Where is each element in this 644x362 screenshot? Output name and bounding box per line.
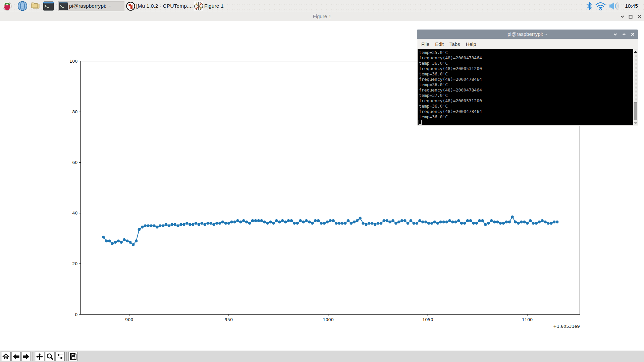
data-point — [535, 222, 538, 225]
data-point — [278, 221, 281, 224]
data-point — [418, 219, 421, 222]
data-point — [466, 219, 469, 222]
home-button[interactable] — [1, 352, 10, 361]
data-point — [257, 219, 260, 222]
data-point — [147, 224, 150, 227]
terminal-scrollbar[interactable] — [633, 49, 638, 125]
toolbar-separator — [66, 352, 67, 361]
bluetooth-icon[interactable] — [587, 2, 592, 10]
data-point — [308, 221, 311, 224]
data-point — [338, 222, 341, 225]
data-point — [260, 219, 263, 222]
terminal-text: temp=35.0'C frequency(48)=2000478464 tem… — [419, 50, 482, 120]
terminal-icon — [59, 2, 68, 10]
data-point — [269, 221, 272, 224]
terminal-cursor — [419, 120, 422, 125]
data-point — [317, 219, 320, 222]
data-point — [368, 222, 371, 225]
data-point — [400, 219, 404, 222]
scrollbar-thumb[interactable] — [634, 102, 637, 120]
data-point — [517, 222, 520, 225]
data-point — [380, 222, 383, 225]
data-point — [314, 219, 317, 222]
taskbar-window-terminal[interactable]: pi@raspberrypi: ~ — [58, 1, 125, 11]
data-point — [233, 221, 236, 224]
data-point — [529, 219, 532, 222]
browser-launcher[interactable] — [17, 1, 28, 11]
scroll-up-icon[interactable] — [633, 50, 638, 54]
data-point — [365, 223, 368, 226]
taskbar-window-label: Figure 1 — [204, 3, 224, 9]
data-point — [391, 219, 394, 222]
data-point — [463, 222, 466, 225]
y-tick-label: 20 — [72, 261, 77, 266]
data-point — [484, 223, 487, 226]
data-point — [359, 217, 362, 220]
data-point — [165, 223, 168, 226]
zoom-button[interactable] — [45, 352, 54, 361]
data-point — [105, 240, 108, 243]
data-point — [323, 222, 326, 225]
maximize-icon[interactable] — [629, 15, 633, 19]
data-point — [439, 221, 442, 224]
terminal-titlebar[interactable]: pi@raspberrypi: ~ — [417, 29, 638, 39]
data-point — [344, 222, 347, 225]
maximize-icon[interactable] — [622, 33, 626, 36]
data-point — [209, 222, 212, 225]
data-point — [511, 216, 514, 219]
file-manager-launcher[interactable] — [30, 1, 41, 11]
scroll-down-icon[interactable] — [633, 121, 638, 125]
wifi-icon[interactable] — [595, 2, 606, 10]
data-point — [415, 222, 418, 225]
pan-button[interactable] — [35, 352, 44, 361]
data-point — [371, 222, 374, 225]
data-point — [362, 222, 365, 225]
close-icon[interactable] — [631, 33, 635, 36]
menu-tabs[interactable]: Tabs — [449, 41, 460, 47]
data-point — [556, 221, 559, 224]
data-point — [245, 221, 248, 224]
menu-edit[interactable]: Edit — [435, 41, 444, 47]
data-point — [218, 222, 221, 225]
data-point — [221, 221, 224, 224]
data-point — [111, 242, 114, 245]
data-point — [254, 219, 257, 222]
save-icon — [70, 353, 77, 360]
data-point — [132, 243, 135, 246]
data-point — [490, 219, 493, 222]
window-border — [417, 125, 638, 126]
volume-icon[interactable] — [609, 2, 621, 10]
data-point — [448, 219, 451, 222]
data-point — [347, 219, 350, 222]
taskbar-window-mu[interactable]: [Mu 1.0.2 - CPUTemp.... — [125, 1, 193, 11]
data-point — [192, 223, 195, 226]
data-point — [445, 221, 448, 224]
menu-button[interactable] — [2, 1, 12, 11]
data-point — [427, 222, 430, 225]
forward-button[interactable] — [22, 352, 31, 361]
menu-help[interactable]: Help — [466, 41, 476, 47]
system-tray: 10:45 — [587, 0, 644, 12]
data-point — [156, 226, 159, 229]
save-button[interactable] — [69, 352, 78, 361]
close-icon[interactable] — [637, 14, 642, 19]
minimize-icon[interactable] — [620, 14, 625, 19]
configure-subplots-button[interactable] — [56, 352, 65, 361]
figure-window-titlebar[interactable]: Figure 1 — [0, 12, 644, 21]
terminal-launcher[interactable] — [43, 1, 54, 11]
taskbar-window-figure[interactable]: Figure 1 — [193, 1, 260, 11]
data-point — [114, 241, 117, 244]
home-icon — [2, 353, 9, 360]
x-tick-label: 900 — [125, 317, 133, 322]
y-tick-label: 100 — [69, 59, 77, 64]
taskbar-window-label: pi@raspberrypi: ~ — [69, 3, 111, 9]
back-button[interactable] — [12, 352, 21, 361]
terminal-output[interactable]: temp=35.0'C frequency(48)=2000478464 tem… — [418, 49, 633, 125]
minimize-icon[interactable] — [613, 33, 617, 36]
data-point — [478, 219, 481, 222]
data-point — [496, 221, 499, 224]
data-point — [451, 221, 454, 224]
data-point — [430, 222, 433, 225]
data-point — [224, 222, 227, 225]
menu-file[interactable]: File — [421, 41, 429, 47]
